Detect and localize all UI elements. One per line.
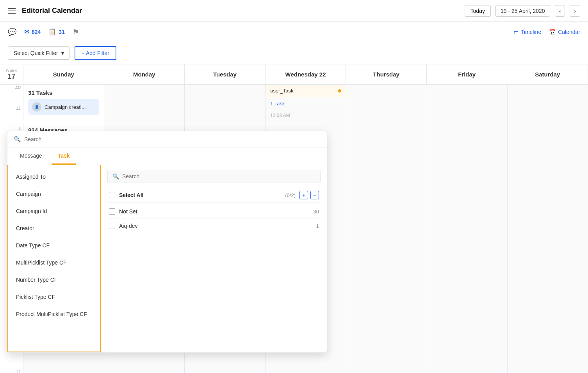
add-filter-button[interactable]: + Add Filter <box>75 46 116 60</box>
day-tuesday: Tuesday <box>185 64 265 84</box>
task-link-container: 1 Task <box>265 97 346 110</box>
day-sunday: Sunday <box>23 64 104 84</box>
select-all-label: Select All <box>119 192 281 198</box>
am-label: AM <box>0 85 23 105</box>
dropdown-search-input[interactable] <box>24 136 321 142</box>
time-12pm: 12 <box>0 369 23 373</box>
day-thursday: Thursday <box>346 64 427 84</box>
date-range: 19 - 25 April, 2020 <box>495 5 550 17</box>
filter-values-search-input[interactable] <box>122 173 315 179</box>
quick-filter-button[interactable]: Select Quick Filter ▾ <box>8 46 70 60</box>
filter-picklist-type-cf[interactable]: Picklist Type CF <box>8 288 100 306</box>
prev-nav-button[interactable]: ‹ <box>555 5 565 17</box>
chevron-down-icon: ▾ <box>61 50 64 56</box>
calendar-icon: 📅 <box>549 29 556 35</box>
filter-campaign-id[interactable]: Campaign Id <box>8 202 100 220</box>
flag-icon[interactable]: ⚑ <box>73 28 79 36</box>
saturday-content <box>508 85 588 373</box>
filter-bar: Select Quick Filter ▾ + Add Filter <box>0 42 588 64</box>
not-set-count: 30 <box>314 209 319 215</box>
week-label: WEEK 17 <box>0 64 23 84</box>
filter-campaign[interactable]: Campaign <box>8 185 100 202</box>
today-button[interactable]: Today <box>465 5 491 17</box>
week-number: 17 <box>7 73 15 81</box>
dropdown-search-bar: 🔍 <box>7 131 327 148</box>
task-card[interactable]: 👤 Campaign creati... <box>28 99 99 115</box>
header-right: Today 19 - 25 April, 2020 ‹ › <box>465 5 580 17</box>
wednesday-timestamp: 12:08 AM <box>265 110 346 121</box>
task-label: Campaign creati... <box>45 104 86 110</box>
filter-values-search-bar: 🔍 <box>107 170 321 183</box>
filter-multipicklist-type-cf[interactable]: MultiPicklist Type CF <box>8 254 100 271</box>
thursday-content <box>346 85 427 373</box>
messages-count: 824 <box>32 29 41 35</box>
tasks-count: 31 <box>59 29 65 35</box>
toolbar: 💬 ✉ 824 📋 31 ⚑ ⇄ Timeline 📅 Calendar <box>0 22 588 42</box>
filter-product-multipicklist-type-cf[interactable]: Product MultiPicklist Type CF <box>8 306 100 323</box>
filter-assigned-to[interactable]: Assigned To <box>8 168 100 185</box>
toolbar-right: ⇄ Timeline 📅 Calendar <box>514 29 580 35</box>
dropdown-body: Assigned To Campaign Campaign Id Creator… <box>7 165 327 352</box>
quick-filter-label: Select Quick Filter <box>14 50 58 56</box>
envelope-icon: ✉ <box>24 28 29 36</box>
wednesday-task-link[interactable]: 1 Task <box>270 101 285 107</box>
aiq-dev-count: 1 <box>316 223 319 229</box>
toolbar-left: 💬 ✉ 824 📋 31 ⚑ <box>8 28 79 36</box>
messages-badge[interactable]: ✉ 824 <box>24 28 41 36</box>
user-task-label: user_Task <box>270 88 293 94</box>
filter-dropdown: 🔍 Message Task Assigned To Campaign Camp… <box>7 131 327 353</box>
clipboard-icon: 📋 <box>48 28 56 36</box>
select-actions: + − <box>299 191 319 199</box>
add-all-button[interactable]: + <box>299 191 308 199</box>
filter-date-type-cf[interactable]: Date Type CF <box>8 237 100 254</box>
week-text: WEEK <box>6 68 17 73</box>
user-task-dot <box>338 89 341 92</box>
timeline-label: Timeline <box>521 29 541 35</box>
hamburger-menu[interactable] <box>8 8 16 14</box>
select-all-count: (0/2) <box>285 192 296 198</box>
not-set-checkbox[interactable] <box>109 208 115 215</box>
app-header: Editorial Calendar Today 19 - 25 April, … <box>0 0 588 22</box>
header-left: Editorial Calendar <box>8 7 82 15</box>
tasks-badge[interactable]: 📋 31 <box>48 28 65 36</box>
select-all-checkbox[interactable] <box>109 192 115 198</box>
tab-task[interactable]: Task <box>52 148 76 165</box>
aiq-dev-checkbox[interactable] <box>109 223 115 229</box>
comment-icon[interactable]: 💬 <box>8 28 16 36</box>
timeline-icon: ⇄ <box>514 29 519 35</box>
calendar-label: Calendar <box>558 29 580 35</box>
filter-creator[interactable]: Creator <box>8 220 100 237</box>
values-search-icon: 🔍 <box>112 173 119 179</box>
tab-message[interactable]: Message <box>14 148 48 165</box>
value-row-not-set: Not Set 30 <box>107 204 321 219</box>
app-title: Editorial Calendar <box>22 7 82 15</box>
avatar: 👤 <box>32 102 41 112</box>
tasks-panel-title: 31 Tasks <box>28 89 99 96</box>
filter-list: Assigned To Campaign Campaign Id Creator… <box>7 165 101 352</box>
friday-content <box>427 85 508 373</box>
calendar-view-button[interactable]: 📅 Calendar <box>549 29 580 35</box>
filter-values-panel: 🔍 Select All (0/2) + − Not Set <box>101 165 327 352</box>
calendar-area: WEEK 17 Sunday Monday Tuesday Wednesday … <box>0 64 588 373</box>
day-friday: Friday <box>427 64 508 84</box>
select-all-row: Select All (0/2) + − <box>107 188 321 203</box>
search-icon: 🔍 <box>14 136 21 143</box>
day-wednesday: Wednesday 22 <box>265 64 346 84</box>
time-12am: 12 <box>0 105 23 125</box>
remove-all-button[interactable]: − <box>310 191 319 199</box>
day-monday: Monday <box>104 64 185 84</box>
day-saturday: Saturday <box>507 64 588 84</box>
timeline-view-button[interactable]: ⇄ Timeline <box>514 29 541 35</box>
date-range-text: 19 - 25 April, 2020 <box>501 8 545 14</box>
next-nav-button[interactable]: › <box>570 5 580 17</box>
user-task-header: user_Task <box>265 85 346 97</box>
not-set-label: Not Set <box>119 208 310 215</box>
dropdown-tabs: Message Task <box>7 148 327 165</box>
sunday-tasks-panel: 31 Tasks 👤 Campaign creati... <box>23 85 104 122</box>
filter-number-type-cf[interactable]: Number Type CF <box>8 271 100 288</box>
value-row-aiq-dev: Aiq-dev 1 <box>107 219 321 233</box>
aiq-dev-label: Aiq-dev <box>119 223 312 229</box>
calendar-header: WEEK 17 Sunday Monday Tuesday Wednesday … <box>0 64 588 85</box>
